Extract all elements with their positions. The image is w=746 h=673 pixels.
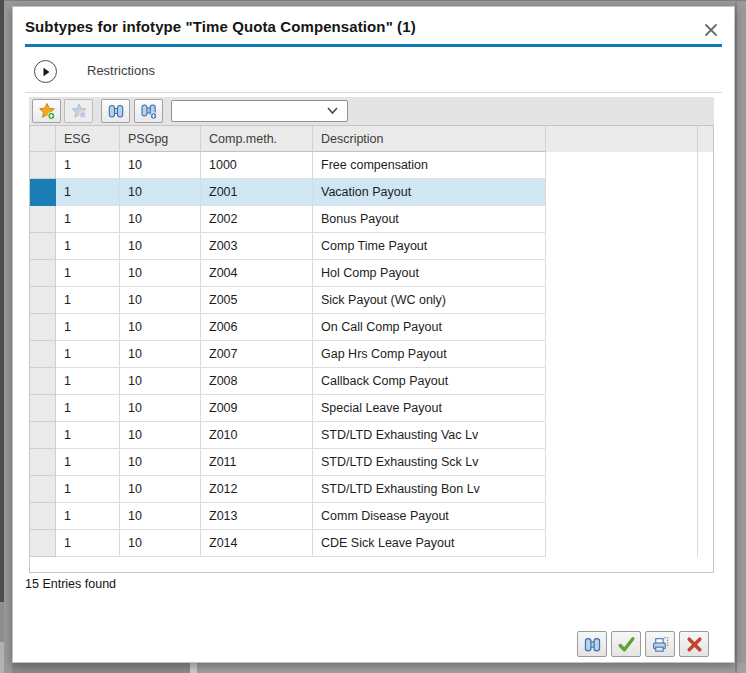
table-row[interactable]: 1 10 Z008 Callback Comp Payout [30,368,713,395]
cell-comp-meth: Z006 [201,314,313,341]
cell-filler [546,341,698,368]
header-filler [546,126,698,152]
table-row[interactable]: 1 10 1000 Free compensation [30,152,713,179]
cell-strip [698,179,713,206]
subtypes-dialog: Subtypes for infotype "Time Quota Compen… [12,6,735,663]
cell-strip [698,206,713,233]
cell-comp-meth: Z008 [201,368,313,395]
header-comp-meth: Comp.meth. [201,126,313,152]
cell-esg: 1 [56,287,120,314]
cell-strip [698,530,713,557]
table-row[interactable]: 1 10 Z001 Vacation Payout [30,179,713,206]
continue-button[interactable] [611,631,641,657]
table-row[interactable]: 1 10 Z007 Gap Hrs Comp Payout [30,341,713,368]
table-row[interactable]: 1 10 Z012 STD/LTD Exhausting Bon Lv [30,476,713,503]
cell-strip [698,314,713,341]
row-selector-cell[interactable] [30,449,56,476]
cell-filler [546,476,698,503]
footer-find-button[interactable] [577,631,607,657]
table-row[interactable]: 1 10 Z010 STD/LTD Exhausting Vac Lv [30,422,713,449]
cell-filler [546,395,698,422]
green-check-icon [617,635,636,654]
row-selector-cell[interactable] [30,206,56,233]
cell-esg: 1 [56,395,120,422]
table-row[interactable]: 1 10 Z014 CDE Sick Leave Payout [30,530,713,557]
table-row[interactable]: 1 10 Z011 STD/LTD Exhausting Sck Lv [30,449,713,476]
restrictions-label: Restrictions [87,63,155,78]
row-selector-cell[interactable] [30,179,56,206]
cell-psgpg: 10 [120,314,201,341]
cell-strip [698,476,713,503]
cell-description: STD/LTD Exhausting Sck Lv [313,449,546,476]
cell-strip [698,287,713,314]
entries-found-status: 15 Entries found [25,577,116,591]
cell-esg: 1 [56,476,120,503]
cell-esg: 1 [56,179,120,206]
find-next-button[interactable] [134,99,163,123]
print-button[interactable] [645,631,675,657]
close-icon [703,22,719,38]
cell-description: Vacation Payout [313,179,546,206]
row-selector-cell[interactable] [30,260,56,287]
cell-psgpg: 10 [120,422,201,449]
cell-filler [546,422,698,449]
cell-description: Callback Comp Payout [313,368,546,395]
table-row[interactable]: 1 10 Z003 Comp Time Payout [30,233,713,260]
binoculars-icon [107,102,125,120]
table-row[interactable]: 1 10 Z002 Bonus Payout [30,206,713,233]
screen: Subtypes for infotype "Time Quota Compen… [0,0,746,673]
restrictions-expand-button[interactable] [34,60,57,83]
cell-comp-meth: Z005 [201,287,313,314]
backdrop-left-mid-strip [0,602,4,642]
cell-filler [546,152,698,179]
close-button[interactable] [700,19,722,41]
row-selector-cell[interactable] [30,314,56,341]
cell-filler [546,206,698,233]
find-button[interactable] [101,99,130,123]
table-row[interactable]: 1 10 Z013 Comm Disease Payout [30,503,713,530]
row-selector-cell[interactable] [30,287,56,314]
row-selector-cell[interactable] [30,368,56,395]
cell-strip [698,233,713,260]
header-strip [698,126,713,152]
cancel-button[interactable] [679,631,709,657]
cell-esg: 1 [56,206,120,233]
row-selector-cell[interactable] [30,530,56,557]
cell-esg: 1 [56,314,120,341]
table-row[interactable]: 1 10 Z004 Hol Comp Payout [30,260,713,287]
backdrop-bottom-strip-right [197,663,746,673]
cell-strip [698,449,713,476]
table-row[interactable]: 1 10 Z005 Sick Payout (WC only) [30,287,713,314]
row-selector-cell[interactable] [30,341,56,368]
cell-comp-meth: Z013 [201,503,313,530]
backdrop-left-low-strip [0,642,4,673]
cell-filler [546,449,698,476]
cell-filler [546,179,698,206]
restriction-combobox[interactable] [171,100,348,122]
cell-esg: 1 [56,449,120,476]
cell-comp-meth: Z014 [201,530,313,557]
cell-filler [546,314,698,341]
cell-psgpg: 10 [120,260,201,287]
header-psgpg: PSGpg [120,126,201,152]
cell-description: Special Leave Payout [313,395,546,422]
cell-description: Comm Disease Payout [313,503,546,530]
row-selector-cell[interactable] [30,476,56,503]
row-selector-cell[interactable] [30,422,56,449]
row-selector-cell[interactable] [30,152,56,179]
cell-esg: 1 [56,341,120,368]
delete-from-personal-list-button[interactable] [64,99,93,123]
table-row[interactable]: 1 10 Z006 On Call Comp Payout [30,314,713,341]
cell-strip [698,152,713,179]
backdrop-bottom-strip [12,663,190,673]
table-row[interactable]: 1 10 Z009 Special Leave Payout [30,395,713,422]
cell-esg: 1 [56,422,120,449]
row-selector-cell[interactable] [30,395,56,422]
insert-in-personal-list-button[interactable] [32,99,61,123]
row-selector-cell[interactable] [30,503,56,530]
cell-strip [698,260,713,287]
printer-icon [651,635,670,654]
row-selector-cell[interactable] [30,233,56,260]
value-list-toolbar [29,97,714,125]
cell-description: STD/LTD Exhausting Bon Lv [313,476,546,503]
